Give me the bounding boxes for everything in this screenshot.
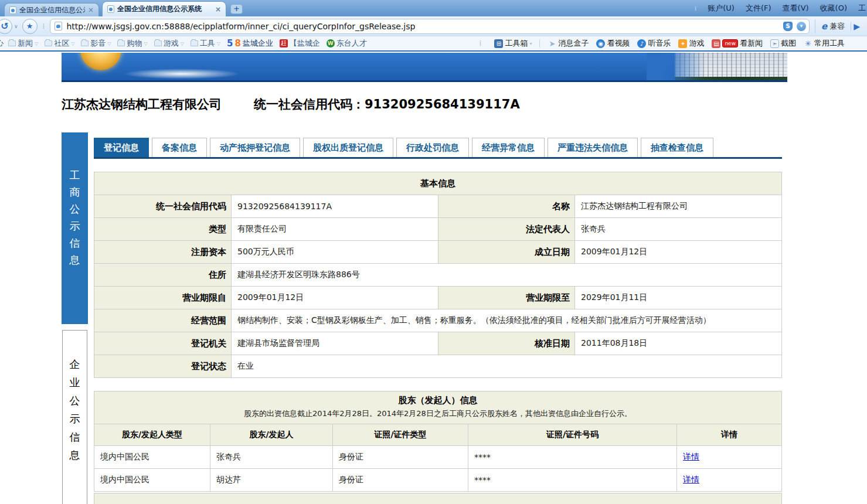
- column-header: 股东/发起人类型: [94, 424, 210, 446]
- address-bar[interactable]: http://www.jsgsj.gov.cn:58888/ecipplatfo…: [50, 19, 810, 34]
- toolbar-video-button[interactable]: ◉看视频: [596, 38, 630, 49]
- shareholder-row: 境内中国公民胡达芹身份证****详情: [94, 469, 782, 492]
- back-button[interactable]: ↺: [0, 19, 12, 34]
- content-tab-备案信息[interactable]: 备案信息: [152, 138, 207, 157]
- content-tab-动产抵押登记信息[interactable]: 动产抵押登记信息: [210, 138, 300, 157]
- bookmark-label: 东台人才: [336, 38, 367, 49]
- sidebar-item-gongshang-gongshi[interactable]: 工商公示信息: [62, 132, 88, 324]
- toolbar-music-button[interactable]: ♪听音乐: [637, 38, 671, 49]
- shareholders-table: 股东（发起人）信息 股东的出资信息截止2014年2月28日。2014年2月28日…: [94, 391, 782, 492]
- go-button[interactable]: ▶: [851, 22, 867, 31]
- bookmark-folder-游戏[interactable]: 游戏▽: [154, 38, 184, 49]
- bookmark-folder-社区[interactable]: 社区▽: [45, 38, 74, 49]
- favorites-star-button[interactable]: ★: [22, 19, 38, 34]
- toolbar-toolbox-button[interactable]: ⊞工具箱▾: [494, 38, 532, 49]
- credit-code-label: 统一社会信用代码：: [254, 97, 365, 111]
- bookmark-folder-新闻[interactable]: 新闻▽: [8, 38, 38, 49]
- bookmark-label: 工具: [200, 38, 215, 49]
- dongtai-icon: W: [327, 39, 335, 47]
- url-text[interactable]: http://www.jsgsj.gov.cn:58888/ecipplatfo…: [66, 22, 779, 31]
- bookmark-label: 购物: [127, 38, 142, 49]
- menu-file[interactable]: 文件(F): [746, 3, 771, 13]
- toolbar-game-button[interactable]: ✦游戏: [678, 38, 704, 49]
- compat-mode-button[interactable]: e 兼容: [815, 19, 851, 33]
- folder-icon: [8, 40, 16, 46]
- browser-tab-1[interactable]: 全国企业信用信息公示系... ×: [4, 3, 99, 16]
- content-tab-股权出质登记信息[interactable]: 股权出质登记信息: [303, 138, 393, 157]
- sidebar-label: 工商公示信息: [69, 166, 80, 268]
- toolbar-arrow-button[interactable]: ➤消息盒子: [548, 38, 589, 49]
- bookmark-ganji[interactable]: 赶 【盐城企: [280, 38, 320, 49]
- cell-value: 胡达芹: [210, 469, 333, 492]
- compat-label: 兼容: [829, 21, 845, 32]
- tab-close-icon[interactable]: ×: [88, 6, 94, 14]
- back-dropdown-icon[interactable]: ∨: [14, 23, 18, 29]
- basic-info-row: 登记机关建湖县市场监督管理局核准日期2011年08月18日: [94, 332, 782, 355]
- column-header: 股东/发起人: [210, 424, 333, 446]
- browser-tab-title: 全国企业信用信息公示系...: [19, 5, 85, 15]
- browser-menu: ⁞ 账户(U) 文件(F) 查看(V) 收藏(O) 工: [695, 0, 866, 16]
- tool-label: 工具箱: [505, 38, 528, 49]
- detail-cell: 详情: [677, 446, 782, 469]
- credit-code-value: 91320925684139117A: [365, 97, 520, 111]
- chevron-down-icon: ▽: [107, 41, 111, 46]
- tool-label: 游戏: [689, 38, 704, 49]
- basic-info-row: 登记状态在业: [94, 355, 782, 378]
- basic-info-row: 注册资本500万元人民币成立日期2009年01月12日: [94, 241, 782, 264]
- folder-icon: [117, 40, 125, 46]
- tab-close-icon[interactable]: ×: [215, 5, 221, 13]
- menu-account[interactable]: 账户(U): [708, 3, 735, 13]
- main-content: 登记信息备案信息动产抵押登记信息股权出质登记信息行政处罚信息经营异常信息严重违法…: [94, 138, 782, 504]
- banner-glow: [123, 69, 240, 79]
- url-dropdown-icon[interactable]: ▾: [797, 22, 806, 31]
- content-tab-行政处罚信息[interactable]: 行政处罚信息: [396, 138, 469, 157]
- content-tab-经营异常信息[interactable]: 经营异常信息: [472, 138, 545, 157]
- shareholders-title: 股东（发起人）信息: [94, 395, 781, 406]
- new-badge: new: [722, 39, 738, 47]
- folder-icon: [81, 40, 89, 46]
- folder-icon: [45, 40, 52, 46]
- field-label: 营业期限至: [438, 287, 575, 309]
- page-title: 江苏杰达钢结构工程有限公司统一社会信用代码：91320925684139117A: [62, 96, 520, 113]
- detail-link[interactable]: 详情: [683, 452, 699, 461]
- field-value: 500万元人民币: [232, 241, 438, 264]
- detail-link[interactable]: 详情: [683, 475, 699, 484]
- menu-view[interactable]: 查看(V): [783, 3, 809, 13]
- bookmark-dongtai[interactable]: W 东台人才: [327, 38, 367, 49]
- field-label: 法定代表人: [438, 218, 575, 241]
- toolbar-shot-button[interactable]: ➣截图: [770, 38, 796, 49]
- field-value: 有限责任公司: [232, 218, 438, 241]
- bookmark-folder-工具[interactable]: 工具▽: [191, 38, 220, 49]
- tab-favicon: [9, 6, 16, 14]
- field-value: 2011年08月18日: [575, 332, 782, 355]
- chevron-down-icon: ▽: [144, 41, 147, 46]
- sidebar-item-qiye-gongshi[interactable]: 企业公示信息: [62, 330, 87, 504]
- basic-info-row: 统一社会信用代码91320925684139117A名称江苏杰达钢结构工程有限公…: [94, 195, 782, 218]
- field-value: 2009年01月12日: [232, 287, 438, 309]
- content-tab-抽查检查信息[interactable]: 抽查检查信息: [641, 138, 713, 157]
- bookmark-58yancheng[interactable]: 58 盐城企业: [227, 38, 273, 49]
- chevron-down-icon: ▽: [35, 41, 38, 46]
- bookmark-label: 新闻: [18, 38, 33, 49]
- menu-favorites[interactable]: 收藏(O): [820, 3, 847, 13]
- menu-tools-partial[interactable]: 工: [858, 3, 866, 13]
- basic-info-row: 类型有限责任公司法定代表人张奇兵: [94, 218, 782, 241]
- security-shield-icon[interactable]: S: [783, 22, 793, 31]
- basic-info-row: 住所建湖县经济开发区明珠东路886号: [94, 264, 782, 287]
- field-value: 2029年01月11日: [575, 287, 782, 309]
- browser-tab-2[interactable]: 全国企业信用信息公示系统 ×: [102, 1, 226, 16]
- basic-info-table: 基本信息 统一社会信用代码91320925684139117A名称江苏杰达钢结构…: [94, 172, 782, 378]
- bookmark-partial[interactable]: 心: [0, 38, 4, 49]
- 58-logo-8: 8: [234, 38, 240, 49]
- bookmark-folder-购物[interactable]: 购物▽: [117, 38, 147, 49]
- new-tab-button[interactable]: +: [230, 4, 243, 14]
- content-tab-登记信息[interactable]: 登记信息: [94, 138, 149, 157]
- field-label: 经营范围: [94, 309, 232, 332]
- cell-value: 境内中国公民: [94, 469, 210, 492]
- content-tab-严重违法失信信息[interactable]: 严重违法失信信息: [548, 138, 638, 157]
- field-value: 91320925684139117A: [232, 195, 438, 218]
- column-header: 证照/证件类型: [333, 424, 468, 446]
- toolbar-utils-button[interactable]: ✳常用工具: [804, 38, 845, 49]
- bookmark-folder-影音[interactable]: 影音▽: [81, 38, 111, 49]
- toolbar-news-button[interactable]: ▤new看新闻: [712, 38, 763, 49]
